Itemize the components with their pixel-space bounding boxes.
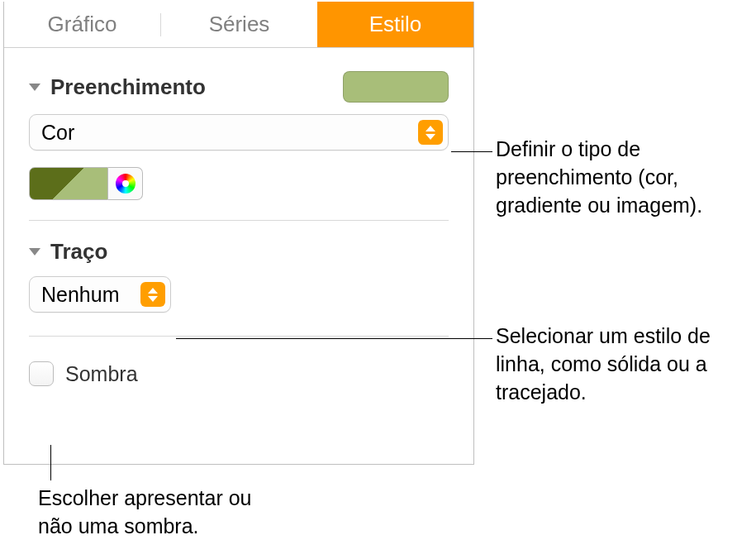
fill-type-value: Cor [41,121,74,145]
select-stepper-icon [418,120,443,145]
callout-text: Escolher apresentar ou não uma sombra. [38,486,251,538]
format-inspector-panel: Gráfico Séries Estilo Preenchimento Cor [3,2,474,465]
stroke-style-select[interactable]: Nenhum [29,276,171,313]
color-wheel-button[interactable] [108,167,143,200]
stroke-header: Traço [29,221,449,276]
select-stepper-icon [140,282,165,307]
color-swatch[interactable] [29,167,108,200]
fill-color-well[interactable] [343,71,449,103]
color-picker-row [29,167,449,200]
stroke-value: Nenhum [41,283,120,307]
inspector-tabs: Gráfico Séries Estilo [4,2,473,48]
callout-text: Definir o tipo de preenchimento (cor, gr… [496,137,702,217]
fill-section: Preenchimento Cor Traço Ne [4,48,473,386]
callout-fill-type: Definir o tipo de preenchimento (cor, gr… [496,136,752,219]
tab-grafico[interactable]: Gráfico [4,2,160,47]
callout-leader [176,338,492,339]
fill-title: Preenchimento [50,74,206,100]
tab-label: Gráfico [48,12,117,37]
fill-type-select[interactable]: Cor [29,114,449,150]
callout-stroke-style: Selecionar um estilo de linha, como sóli… [496,322,752,406]
color-wheel-icon [116,174,136,194]
stroke-title: Traço [50,239,107,265]
stroke-title-wrap[interactable]: Traço [29,239,107,265]
tab-label: Séries [209,12,270,37]
chevron-down-icon [29,248,40,256]
tab-estilo[interactable]: Estilo [317,2,473,47]
chevron-down-icon [29,84,40,91]
shadow-checkbox[interactable] [29,361,54,386]
callout-text: Selecionar um estilo de linha, como sóli… [496,324,711,404]
callout-leader-vertical [50,445,51,480]
shadow-row: Sombra [29,337,449,386]
fill-title-wrap[interactable]: Preenchimento [29,74,206,100]
shadow-label: Sombra [65,362,138,386]
callout-leader [451,151,492,152]
fill-header: Preenchimento [29,48,449,114]
callout-shadow: Escolher apresentar ou não uma sombra. [38,485,286,541]
tab-label: Estilo [369,12,422,37]
tab-series[interactable]: Séries [161,2,317,47]
